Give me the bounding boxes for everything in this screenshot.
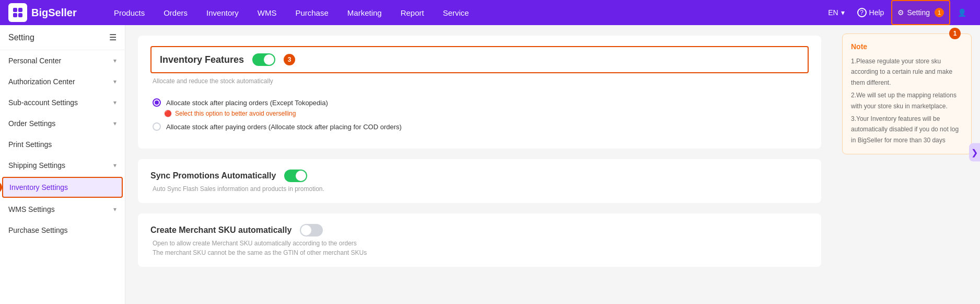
top-navigation: BigSeller Products Orders Inventory WMS … — [0, 0, 980, 25]
sync-promotions-card: Sync Promotions Automatically Auto Sync … — [138, 159, 821, 203]
gear-icon: ⚙ — [897, 8, 904, 17]
sidebar: Setting ☰ Personal Center ▾ Authorizatio… — [0, 25, 125, 304]
inventory-features-header: Inventory Features 3 — [150, 46, 809, 73]
note-text: 1.Please regulate your store sku accordi… — [851, 56, 963, 145]
warning-icon: 🔴 — [164, 110, 172, 117]
sync-promotions-title: Sync Promotions Automatically — [150, 171, 276, 181]
sidebar-item-inventory-settings[interactable]: 2 Inventory Settings — [2, 177, 123, 198]
note-line-2: 2.We will set up the mapping relations w… — [851, 90, 963, 111]
setting-button[interactable]: ⚙ Setting 1 — [891, 0, 950, 25]
inventory-features-card: Inventory Features 3 Allocate and reduce… — [138, 36, 821, 149]
radio-label-after-placing: Allocate stock after placing orders (Exc… — [166, 99, 328, 107]
language-selector[interactable]: EN ▾ — [823, 0, 849, 25]
menu-icon: ☰ — [109, 32, 116, 42]
sidebar-item-personal-center[interactable]: Personal Center ▾ — [0, 50, 125, 71]
inventory-settings-badge: 2 — [0, 182, 2, 193]
sidebar-title: Setting — [8, 33, 34, 42]
chevron-down-icon: ▾ — [113, 57, 116, 64]
sidebar-item-label: Purchase Settings — [8, 226, 68, 234]
chevron-down-icon: ▾ — [113, 120, 116, 127]
help-button[interactable]: ? Help — [852, 0, 890, 25]
radio-circle-selected — [153, 98, 161, 107]
sync-promotions-toggle[interactable] — [284, 170, 307, 182]
note-line-1: 1.Please regulate your store sku accordi… — [851, 56, 963, 88]
nav-orders[interactable]: Orders — [154, 0, 197, 25]
note-box: 1 Note 1.Please regulate your store sku … — [842, 33, 972, 154]
svg-rect-2 — [13, 13, 17, 17]
radio-option-after-placing[interactable]: Allocate stock after placing orders (Exc… — [150, 95, 809, 110]
chevron-down-icon: ▾ — [113, 99, 116, 106]
create-merchant-sku-header: Create Merchant SKU automatically — [150, 224, 809, 237]
sidebar-item-label: Print Settings — [8, 140, 52, 149]
sidebar-item-authorization-center[interactable]: Authorization Center ▾ — [0, 71, 125, 92]
note-line-3: 3.Your Inventory features will be automa… — [851, 114, 963, 145]
radio-circle-unselected — [153, 122, 161, 131]
nav-products[interactable]: Products — [104, 0, 154, 25]
nav-inventory[interactable]: Inventory — [197, 0, 248, 25]
note-title: Note — [851, 42, 963, 51]
create-merchant-sku-title: Create Merchant SKU automatically — [150, 226, 291, 235]
inventory-features-title: Inventory Features — [160, 54, 244, 65]
radio-option-after-paying[interactable]: Allocate stock after paying orders (Allo… — [150, 119, 809, 134]
nav-wms[interactable]: WMS — [248, 0, 286, 25]
inventory-features-subtitle: Allocate and reduce the stock automatica… — [153, 77, 809, 85]
app-name: BigSeller — [31, 7, 77, 19]
user-icon: 👤 — [958, 8, 966, 17]
note-badge: 1 — [949, 28, 961, 39]
create-merchant-sku-desc2: The merchant SKU cannot be the same as t… — [153, 249, 809, 256]
nav-purchase[interactable]: Purchase — [286, 0, 337, 25]
sidebar-item-purchase-settings[interactable]: Purchase Settings — [0, 220, 125, 241]
scroll-right-indicator[interactable]: ❯ — [969, 143, 980, 161]
main-content: Inventory Features 3 Allocate and reduce… — [125, 25, 980, 304]
sidebar-item-print-settings[interactable]: Print Settings — [0, 134, 125, 155]
sidebar-item-label: WMS Settings — [8, 205, 55, 213]
create-merchant-sku-desc: Open to allow create Merchant SKU automa… — [153, 240, 809, 247]
sidebar-item-subaccount-settings[interactable]: Sub-account Settings ▾ — [0, 92, 125, 113]
setting-label: Setting — [907, 8, 930, 17]
svg-rect-3 — [18, 13, 22, 17]
user-avatar-button[interactable]: 👤 — [952, 0, 972, 25]
nav-service[interactable]: Service — [434, 0, 479, 25]
svg-rect-1 — [18, 8, 22, 12]
chevron-down-icon: ▾ — [113, 162, 116, 169]
nav-items: Products Orders Inventory WMS Purchase M… — [104, 0, 823, 25]
create-merchant-sku-card: Create Merchant SKU automatically Open t… — [138, 213, 821, 267]
nav-right: EN ▾ ? Help ⚙ Setting 1 👤 — [823, 0, 972, 25]
content-area: Inventory Features 3 Allocate and reduce… — [125, 25, 834, 304]
logo[interactable]: BigSeller — [8, 3, 92, 22]
sidebar-item-wms-settings[interactable]: WMS Settings ▾ — [0, 199, 125, 220]
chevron-down-icon: ▾ — [841, 8, 845, 17]
sidebar-header: Setting ☰ — [0, 25, 125, 50]
radio-hint-text: Select this option to better avoid overs… — [175, 110, 296, 117]
sidebar-item-label: Shipping Settings — [8, 161, 65, 170]
page-body: Setting ☰ Personal Center ▾ Authorizatio… — [0, 25, 980, 304]
sidebar-item-label: Order Settings — [8, 119, 55, 128]
sidebar-item-order-settings[interactable]: Order Settings ▾ — [0, 113, 125, 134]
nav-marketing[interactable]: Marketing — [338, 0, 391, 25]
sidebar-item-shipping-settings[interactable]: Shipping Settings ▾ — [0, 155, 125, 176]
radio-hint-avoid-overselling: 🔴 Select this option to better avoid ove… — [164, 110, 809, 117]
chevron-down-icon: ▾ — [113, 78, 116, 85]
logo-icon — [8, 3, 27, 22]
radio-label-after-paying: Allocate stock after paying orders (Allo… — [166, 123, 402, 131]
language-label: EN — [828, 8, 838, 17]
sync-promotions-desc: Auto Sync Flash Sales information and pr… — [153, 185, 809, 193]
svg-rect-0 — [13, 8, 17, 12]
nav-report[interactable]: Report — [391, 0, 434, 25]
sidebar-item-label: Sub-account Settings — [8, 98, 78, 107]
chevron-down-icon: ▾ — [113, 206, 116, 213]
note-panel: 1 Note 1.Please regulate your store sku … — [834, 25, 980, 304]
sync-promotions-header: Sync Promotions Automatically — [150, 170, 809, 182]
radio-group-stock-allocation: Allocate stock after placing orders (Exc… — [150, 91, 809, 138]
inventory-features-badge: 3 — [284, 54, 295, 65]
help-icon: ? — [857, 8, 867, 17]
sidebar-item-label: Authorization Center — [8, 77, 75, 86]
sidebar-item-label: Personal Center — [8, 57, 61, 65]
help-label: Help — [869, 8, 884, 17]
inventory-features-toggle[interactable] — [252, 53, 275, 66]
create-merchant-sku-toggle[interactable] — [300, 224, 323, 237]
setting-badge: 1 — [935, 8, 944, 17]
sidebar-item-label: Inventory Settings — [9, 183, 68, 192]
